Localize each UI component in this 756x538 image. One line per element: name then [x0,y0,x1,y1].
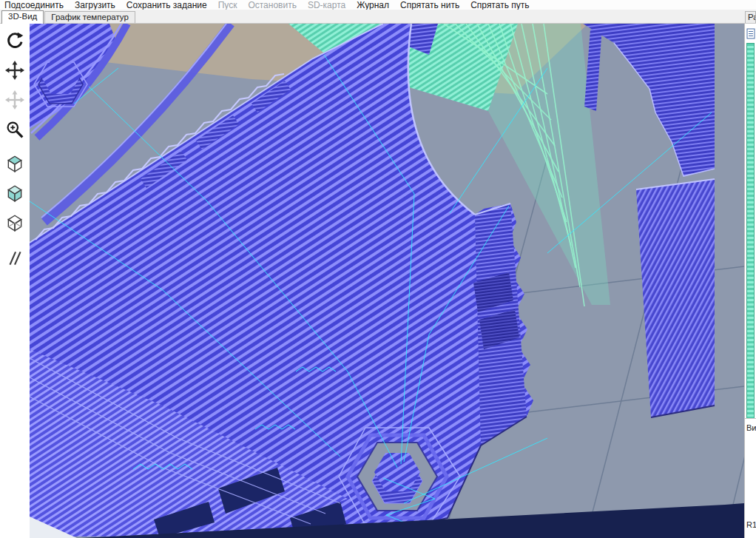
menu-sd-card: SD-карта [308,0,345,10]
menu-stop: Остановить [248,0,297,10]
menu-start: Пуск [218,0,237,10]
menu-load[interactable]: Загрузить [75,0,115,10]
view-top-face-button[interactable] [1,151,28,176]
object-color-strip [746,43,755,419]
view-solid-cube-icon [5,184,24,203]
view-wireframe-button[interactable] [1,210,28,235]
menu-save-job[interactable]: Сохранить задание [126,0,207,10]
view-toolbar [0,24,30,538]
menu-connect[interactable]: Подсоединить [4,0,64,10]
move-object-button [1,87,28,112]
menu-log[interactable]: Журнал [357,0,389,10]
view-solid-button[interactable] [1,181,28,206]
top-toolbar: Подсоединить Загрузить Сохранить задание… [0,0,756,10]
tab-temperature-graph[interactable]: График температур [44,11,135,23]
move-view-icon [5,61,24,80]
view-wireframe-cube-icon [5,213,24,232]
document-icon[interactable] [746,28,755,42]
view-top-face-cube-icon [5,154,24,173]
move-view-button[interactable] [1,58,28,83]
bottom-panel-label: R1 [746,520,756,529]
panel-divider [745,418,756,419]
tab-bar: 3D-Вид График температур Раз [0,10,756,24]
application-window: Подсоединить Загрузить Сохранить задание… [0,0,756,538]
viewport-3d[interactable] [30,24,744,538]
zoom-icon [5,120,24,139]
menu-hide-path[interactable]: Спрятать путь [470,0,529,10]
menu-hide-filament[interactable]: Спрятать нить [400,0,459,10]
parallel-projection-icon [5,249,24,268]
right-panel: Ви R1 [744,24,756,538]
tab-right-panel[interactable]: Раз [745,11,756,23]
move-object-icon [5,90,24,110]
view-section-label: Ви [746,423,756,432]
rotate-view-button[interactable] [1,28,28,53]
rotate-view-icon [5,31,24,50]
parallel-projection-button[interactable] [1,246,28,271]
main-content: Ви R1 [0,24,756,538]
tab-3d-view[interactable]: 3D-Вид [1,10,44,24]
zoom-button[interactable] [1,117,28,142]
